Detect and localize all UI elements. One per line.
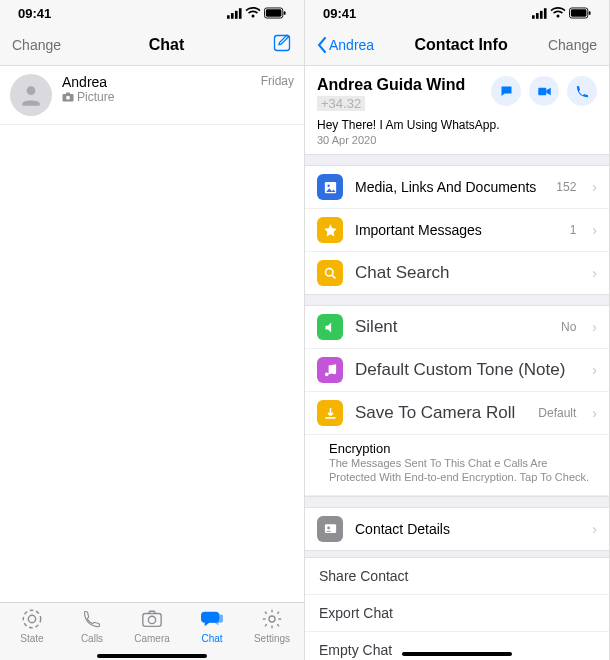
- row-value: 152: [556, 180, 576, 194]
- nav-right-button[interactable]: Change: [548, 37, 597, 53]
- contact-name: Andrea Guida Wind: [317, 76, 481, 94]
- tone-row[interactable]: Default Custom Tone (Note) ›: [305, 349, 609, 392]
- svg-point-30: [327, 527, 330, 530]
- status-indicators: [227, 7, 286, 19]
- svg-rect-0: [227, 15, 230, 19]
- svg-rect-22: [571, 9, 587, 16]
- tab-label: Calls: [81, 633, 103, 644]
- tab-calls[interactable]: Calls: [62, 607, 122, 656]
- export-chat-row[interactable]: Export Chat: [305, 595, 609, 632]
- svg-point-15: [148, 616, 155, 623]
- status-indicators: [532, 7, 591, 19]
- image-icon: [317, 174, 343, 200]
- contact-details-row[interactable]: Contact Details ›: [305, 508, 609, 550]
- audio-call-button[interactable]: [567, 76, 597, 106]
- wifi-icon: [550, 7, 566, 19]
- status-time: 09:41: [18, 6, 51, 21]
- tab-state[interactable]: State: [2, 607, 62, 656]
- chat-preview-text: Picture: [77, 90, 114, 104]
- home-indicator[interactable]: [402, 652, 512, 656]
- svg-rect-23: [589, 11, 591, 15]
- row-label: Save To Camera Roll: [355, 403, 526, 423]
- silent-row[interactable]: Silent No ›: [305, 306, 609, 349]
- tab-settings[interactable]: Settings: [242, 607, 302, 656]
- svg-rect-5: [266, 9, 282, 16]
- star-icon: [317, 217, 343, 243]
- video-call-button[interactable]: [529, 76, 559, 106]
- svg-point-12: [23, 610, 40, 627]
- encryption-title: Encryption: [329, 441, 597, 456]
- separator: [305, 496, 609, 508]
- status-bar: 09:41: [305, 0, 609, 26]
- contact-nav-bar: Andrea Contact Info Change: [305, 26, 609, 66]
- phone-icon: [80, 607, 104, 631]
- contact-card-icon: [317, 516, 343, 542]
- nav-title: Chat: [149, 36, 185, 54]
- back-label: Andrea: [329, 37, 374, 53]
- chat-icon: [200, 607, 224, 631]
- cellular-icon: [532, 8, 547, 19]
- status-time: 09:41: [323, 6, 356, 21]
- contact-header: Andrea Guida Wind +34.32: [305, 66, 609, 118]
- media-row[interactable]: Media, Links And Documents 152 ›: [305, 166, 609, 209]
- row-label: Important Messages: [355, 222, 558, 238]
- battery-icon: [264, 7, 286, 19]
- home-indicator[interactable]: [97, 654, 207, 658]
- download-icon: [317, 400, 343, 426]
- save-row[interactable]: Save To Camera Roll Default ›: [305, 392, 609, 435]
- svg-point-11: [66, 96, 70, 100]
- camera-icon: [140, 607, 164, 631]
- row-label: Silent: [355, 317, 549, 337]
- svg-point-8: [27, 86, 36, 95]
- contact-status-date: 30 Apr 2020: [305, 134, 609, 154]
- contact-phone: +34.32: [317, 96, 365, 111]
- contact-status: Hey There! I Am Using WhatsApp.: [305, 118, 609, 134]
- chat-nav-bar: Change Chat: [0, 26, 304, 66]
- row-value: No: [561, 320, 576, 334]
- row-label: Chat Search: [355, 263, 580, 283]
- chevron-left-icon: [317, 37, 327, 53]
- tab-label: Camera: [134, 633, 170, 644]
- tab-label: Settings: [254, 633, 290, 644]
- chat-name: Andrea: [62, 74, 251, 90]
- svg-rect-6: [284, 11, 286, 15]
- svg-rect-10: [66, 93, 70, 96]
- svg-rect-1: [231, 13, 234, 19]
- battery-icon: [569, 7, 591, 19]
- encryption-text: The Messages Sent To This Chat e Calls A…: [329, 456, 597, 485]
- row-value: 1: [570, 223, 577, 237]
- svg-rect-19: [540, 10, 543, 18]
- svg-rect-18: [536, 13, 539, 19]
- encryption-row[interactable]: Encryption The Messages Sent To This Cha…: [305, 435, 609, 496]
- contact-info-screen: 09:41 Andrea Contact Info Change Andrea …: [305, 0, 610, 660]
- chat-row[interactable]: Andrea Picture Friday: [0, 66, 304, 125]
- row-label: Default Custom Tone (Note): [355, 360, 580, 380]
- svg-point-13: [28, 615, 35, 622]
- mute-icon: [317, 314, 343, 340]
- tab-label: State: [20, 633, 43, 644]
- chat-preview: Picture: [62, 90, 251, 104]
- search-row[interactable]: Chat Search ›: [305, 252, 609, 294]
- tab-camera[interactable]: Camera: [122, 607, 182, 656]
- tab-chat[interactable]: Chat: [182, 607, 242, 656]
- chevron-right-icon: ›: [592, 362, 597, 378]
- music-icon: [317, 357, 343, 383]
- separator: [305, 154, 609, 166]
- state-icon: [20, 607, 44, 631]
- svg-rect-14: [143, 614, 161, 627]
- important-row[interactable]: Important Messages 1 ›: [305, 209, 609, 252]
- share-contact-row[interactable]: Share Contact: [305, 558, 609, 595]
- separator: [305, 294, 609, 306]
- nav-left-button[interactable]: Change: [12, 37, 61, 53]
- row-value: Default: [538, 406, 576, 420]
- nav-title: Contact Info: [414, 36, 507, 54]
- back-button[interactable]: Andrea: [317, 37, 374, 53]
- gear-icon: [260, 607, 284, 631]
- separator: [305, 550, 609, 558]
- compose-button[interactable]: [272, 33, 292, 57]
- svg-point-26: [327, 184, 330, 187]
- row-label: Contact Details: [355, 521, 580, 537]
- chevron-right-icon: ›: [592, 265, 597, 281]
- message-button[interactable]: [491, 76, 521, 106]
- svg-point-27: [325, 268, 333, 276]
